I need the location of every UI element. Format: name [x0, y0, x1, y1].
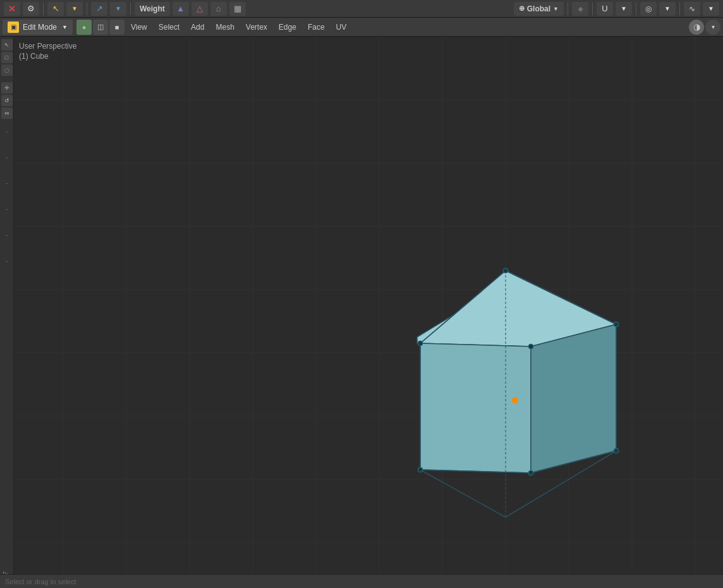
arrow-tool-dropdown-icon[interactable]: ▼ — [110, 2, 126, 16]
view-menu[interactable]: View — [126, 20, 152, 35]
wave-icon[interactable]: ∿ — [684, 2, 700, 16]
roof-icon[interactable]: ⌂ — [210, 2, 227, 16]
vertex-tbl — [503, 268, 508, 273]
snap-dropdown-icon[interactable]: ▼ — [616, 2, 632, 16]
separator-7 — [679, 3, 680, 15]
wave-dropdown-icon[interactable]: ▼ — [703, 2, 719, 16]
origin-dot — [512, 397, 518, 403]
arrow-tool-icon[interactable]: ↗ — [91, 2, 107, 16]
mesh-mode-buttons: ● ◫ ■ — [76, 20, 125, 35]
gear-icon[interactable]: ⚙ — [23, 2, 39, 16]
separator-4 — [568, 3, 568, 15]
proportional-icon[interactable]: ◎ — [640, 2, 657, 16]
x-logo-icon[interactable]: ✕ — [4, 2, 20, 16]
mode-selector[interactable]: ▣ Edit Mode ▼ — [3, 20, 73, 35]
grid-lines — [14, 37, 723, 588]
grid-pattern-icon[interactable]: ▦ — [229, 2, 246, 16]
vertex-tfr — [528, 344, 533, 349]
separator-2 — [87, 3, 87, 15]
cube-front-face — [420, 343, 531, 473]
shading-dropdown-btn[interactable]: ▾ — [705, 20, 720, 35]
material-shading-btn[interactable]: ◑ — [689, 20, 704, 35]
cube-right-face — [531, 324, 616, 473]
top-toolbar: ✕ ⚙ ↖ ▼ ↗ ▼ Weight ▲ △ ⌂ ▦ ⊕ Global ▼ ⟐ — [0, 0, 723, 18]
vertex-tbr — [614, 322, 619, 327]
separator-1 — [43, 3, 44, 15]
vertex-mode-btn[interactable]: ● — [76, 20, 92, 35]
magnet-icon[interactable]: U — [597, 2, 613, 16]
viewport[interactable]: ↖ □ ◌ ✛ ↺ ⇔ ▷ User Perspective (1) Cube — [0, 37, 723, 588]
link-icon[interactable]: ⟐ — [572, 2, 588, 16]
vertex-tfl — [418, 341, 423, 346]
mode-icon: ▣ — [8, 21, 19, 33]
triangle-wire-icon[interactable]: △ — [191, 2, 208, 16]
status-text: Select or drag to select — [5, 578, 76, 585]
mesh-menu[interactable]: Mesh — [210, 20, 239, 35]
uv-menu[interactable]: UV — [331, 20, 352, 35]
global-dropdown[interactable]: ⊕ Global ▼ — [514, 2, 564, 16]
status-bar: Select or drag to select — [0, 574, 723, 588]
edge-mode-btn[interactable]: ◫ — [93, 20, 108, 35]
cube-container — [0, 37, 723, 588]
global-label: Global — [527, 4, 550, 13]
arrow-down-icon[interactable]: ▼ — [66, 2, 83, 16]
face-menu[interactable]: Face — [303, 20, 330, 35]
weight-label: Weight — [140, 4, 165, 13]
shading-buttons: ◑ ▾ — [689, 20, 720, 35]
select-menu[interactable]: Select — [154, 20, 185, 35]
vertex-menu[interactable]: Vertex — [241, 20, 272, 35]
vertex-bfl — [418, 467, 423, 472]
mode-dropdown-icon: ▼ — [62, 24, 68, 30]
add-menu[interactable]: Add — [186, 20, 209, 35]
separator-6 — [636, 3, 636, 15]
edge-menu[interactable]: Edge — [274, 20, 301, 35]
weight-button[interactable]: Weight — [135, 2, 170, 16]
vertex-bfr — [528, 470, 533, 475]
separator-3 — [130, 3, 131, 15]
proportional-dropdown-icon[interactable]: ▼ — [659, 2, 676, 16]
separator-5 — [592, 3, 593, 15]
menu-bar: ▣ Edit Mode ▼ ● ◫ ■ View Select Add Mesh… — [0, 18, 723, 37]
face-mode-btn[interactable]: ■ — [109, 20, 125, 35]
cursor-icon[interactable]: ↖ — [47, 2, 64, 16]
cube-edge-bottom-left — [420, 470, 506, 517]
mode-label: Edit Mode — [23, 23, 57, 32]
viewport-svg — [0, 37, 723, 588]
vertex-brr — [614, 448, 619, 453]
triangle-fill-icon[interactable]: ▲ — [173, 2, 189, 16]
